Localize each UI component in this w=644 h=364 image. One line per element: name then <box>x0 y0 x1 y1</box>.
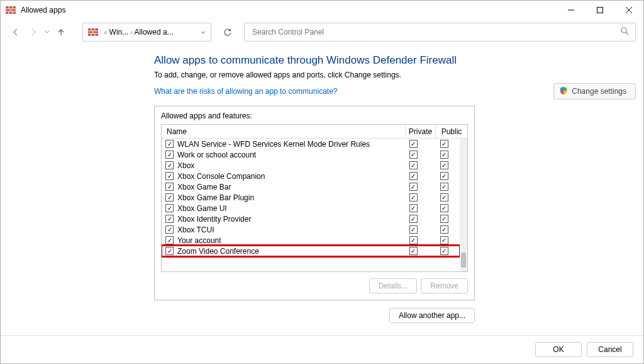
scroll-thumb[interactable] <box>461 253 466 268</box>
private-checkbox[interactable] <box>409 140 418 148</box>
table-row[interactable]: Zoom Video Conference <box>162 246 460 256</box>
public-checkbox[interactable] <box>440 183 448 191</box>
row-name: Xbox TCUI <box>177 225 398 234</box>
private-checkbox[interactable] <box>409 225 418 234</box>
public-checkbox[interactable] <box>440 247 448 255</box>
private-checkbox[interactable] <box>409 172 418 180</box>
panel-title: Allowed apps and features: <box>161 111 468 120</box>
table-row[interactable]: Xbox Game Bar <box>162 181 460 192</box>
row-name: Xbox Game Bar Plugin <box>177 193 398 202</box>
col-header-private[interactable]: Private <box>406 125 436 138</box>
row-checkbox[interactable] <box>165 183 174 191</box>
window: Allowed apps <box>0 0 644 364</box>
change-settings-label: Change settings <box>572 87 626 96</box>
navbar: « Win... › Allowed a... <box>1 20 643 45</box>
svg-rect-9 <box>597 8 603 13</box>
row-checkbox[interactable] <box>165 172 174 180</box>
minimize-button[interactable] <box>557 1 586 20</box>
search-icon[interactable] <box>621 27 629 37</box>
svg-line-22 <box>626 32 628 35</box>
row-name: WLAN Service - WFD Services Kernel Mode … <box>177 140 398 149</box>
private-checkbox[interactable] <box>409 193 418 202</box>
svg-point-21 <box>621 28 626 33</box>
chevron-right-icon: › <box>130 29 132 36</box>
row-checkbox[interactable] <box>165 193 174 202</box>
row-private-cell <box>398 172 428 180</box>
table-row[interactable]: WLAN Service - WFD Services Kernel Mode … <box>162 139 460 149</box>
breadcrumb-part-1[interactable]: Win... <box>109 28 129 37</box>
row-public-cell <box>428 161 460 169</box>
breadcrumb[interactable]: « Win... › Allowed a... <box>82 23 211 42</box>
row-checkbox[interactable] <box>165 236 174 244</box>
row-private-cell <box>398 140 428 148</box>
private-checkbox[interactable] <box>409 151 418 159</box>
close-button[interactable] <box>614 1 643 20</box>
col-header-public[interactable]: Public <box>436 125 467 138</box>
change-settings-button[interactable]: Change settings <box>553 83 636 100</box>
scrollbar[interactable] <box>460 139 467 271</box>
row-public-cell <box>428 193 460 202</box>
table-row[interactable]: Xbox Game UI <box>162 203 460 213</box>
allow-another-app-button[interactable]: Allow another app... <box>389 308 475 323</box>
row-checkbox[interactable] <box>165 247 174 255</box>
row-private-cell <box>398 236 428 244</box>
row-public-cell <box>428 183 460 191</box>
row-checkbox[interactable] <box>165 151 174 159</box>
row-checkbox[interactable] <box>165 215 174 223</box>
col-header-name[interactable]: Name <box>162 125 406 138</box>
private-checkbox[interactable] <box>409 247 418 255</box>
public-checkbox[interactable] <box>440 215 448 223</box>
row-name: Your account <box>177 236 398 245</box>
table-row[interactable]: Xbox Console Companion <box>162 171 460 181</box>
search-input[interactable] <box>251 27 621 37</box>
row-checkbox[interactable] <box>165 161 174 169</box>
history-chevron-icon[interactable] <box>43 30 51 34</box>
details-button[interactable]: Details... <box>369 278 418 293</box>
back-button[interactable] <box>8 23 23 41</box>
table-row[interactable]: Xbox TCUI <box>162 224 460 235</box>
row-name: Xbox Console Companion <box>177 172 398 181</box>
ok-button[interactable]: OK <box>535 342 582 357</box>
row-checkbox[interactable] <box>165 140 174 148</box>
public-checkbox[interactable] <box>440 172 448 180</box>
private-checkbox[interactable] <box>409 183 418 191</box>
public-checkbox[interactable] <box>440 140 448 148</box>
window-title: Allowed apps <box>21 6 65 14</box>
refresh-button[interactable] <box>219 23 236 41</box>
private-checkbox[interactable] <box>409 236 418 244</box>
breadcrumb-part-2[interactable]: Allowed a... <box>135 28 174 37</box>
row-private-cell <box>398 215 428 223</box>
row-checkbox[interactable] <box>165 225 174 234</box>
remove-button[interactable]: Remove <box>421 278 468 293</box>
public-checkbox[interactable] <box>440 236 448 244</box>
table-row[interactable]: Your account <box>162 235 460 246</box>
dialog-footer: OK Cancel <box>1 335 643 363</box>
apps-table: Name Private Public WLAN Service - WFD S… <box>161 124 468 272</box>
public-checkbox[interactable] <box>440 204 448 212</box>
private-checkbox[interactable] <box>409 204 418 212</box>
table-row[interactable]: Work or school account <box>162 149 460 160</box>
row-name: Xbox Game UI <box>177 204 398 213</box>
maximize-button[interactable] <box>586 1 614 20</box>
private-checkbox[interactable] <box>409 215 418 223</box>
forward-button[interactable] <box>26 23 41 41</box>
table-row[interactable]: Xbox <box>162 160 460 171</box>
public-checkbox[interactable] <box>440 193 448 202</box>
public-checkbox[interactable] <box>440 225 448 234</box>
content: Allow apps to communicate through Window… <box>1 45 643 335</box>
row-private-cell <box>398 204 428 212</box>
row-checkbox[interactable] <box>165 204 174 212</box>
row-name: Xbox Identity Provider <box>177 215 398 224</box>
cancel-button[interactable]: Cancel <box>587 342 633 357</box>
public-checkbox[interactable] <box>440 161 448 169</box>
row-public-cell <box>428 247 460 255</box>
table-row[interactable]: Xbox Game Bar Plugin <box>162 192 460 203</box>
table-row[interactable]: Xbox Identity Provider <box>162 213 460 224</box>
row-public-cell <box>428 236 460 244</box>
private-checkbox[interactable] <box>409 161 418 169</box>
up-button[interactable] <box>53 23 69 41</box>
public-checkbox[interactable] <box>440 151 448 159</box>
search-box[interactable] <box>244 23 636 42</box>
risk-link[interactable]: What are the risks of allowing an app to… <box>154 87 337 96</box>
chevron-down-icon[interactable] <box>201 29 206 36</box>
